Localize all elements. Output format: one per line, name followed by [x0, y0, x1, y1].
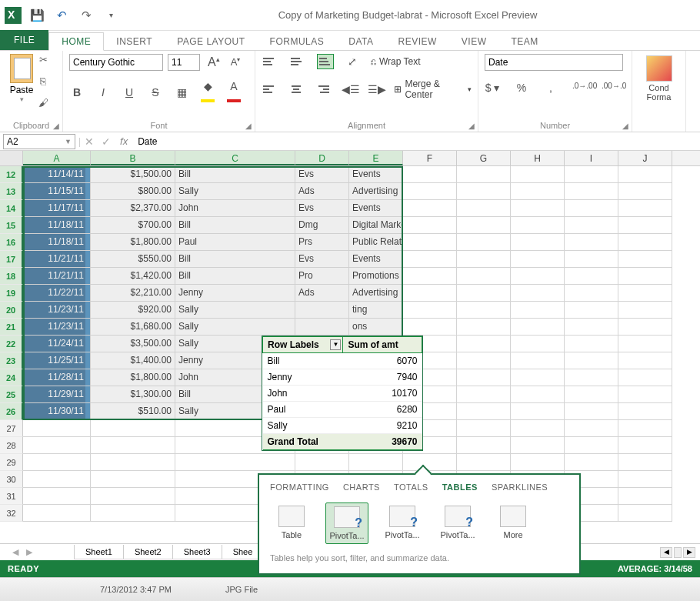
ribbon-tab-insert[interactable]: INSERT	[104, 33, 165, 50]
cell-H16[interactable]	[511, 234, 565, 251]
cell-A13[interactable]: 11/15/11	[23, 183, 91, 200]
cell-C19[interactable]: Jenny	[175, 285, 295, 302]
conditional-formatting-button[interactable]: Cond Forma	[638, 55, 679, 102]
cell-D18[interactable]: Pro	[295, 268, 349, 285]
strike-button[interactable]: S	[148, 86, 163, 98]
cell-H25[interactable]	[511, 386, 565, 403]
cell-I27[interactable]	[565, 420, 618, 437]
cell-E29[interactable]	[349, 454, 403, 471]
column-header-E[interactable]: E	[349, 151, 403, 165]
cell-A22[interactable]: 11/24/11	[23, 336, 91, 352]
cell-B32[interactable]	[91, 505, 175, 522]
qa-item-3[interactable]: PivotTa...	[436, 503, 479, 544]
increase-indent-icon[interactable]: ☰▶	[368, 83, 383, 95]
cell-E21[interactable]: ons	[349, 319, 403, 336]
cell-J21[interactable]	[618, 319, 672, 336]
fx-icon[interactable]: fx	[115, 135, 133, 147]
cell-J25[interactable]	[618, 386, 672, 403]
cell-B20[interactable]: $920.00	[91, 302, 175, 319]
cell-H14[interactable]	[511, 200, 565, 217]
cell-F21[interactable]	[403, 319, 457, 336]
ribbon-tab-view[interactable]: VIEW	[449, 33, 499, 50]
cell-B30[interactable]	[91, 471, 175, 488]
decrease-decimal-icon[interactable]: .00→.0	[602, 82, 617, 94]
hscroll-left-icon[interactable]: ◀	[660, 547, 672, 558]
cell-D19[interactable]: Ads	[295, 285, 349, 302]
orientation-icon[interactable]: ⤢	[345, 55, 360, 68]
cell-A15[interactable]: 11/18/11	[23, 217, 91, 234]
row-header-28[interactable]: 28	[0, 437, 23, 454]
cell-I16[interactable]	[565, 234, 618, 251]
cell-J23[interactable]	[618, 352, 672, 369]
cell-B27[interactable]	[91, 420, 175, 437]
cell-B12[interactable]: $1,500.00	[91, 166, 175, 183]
cell-G22[interactable]	[457, 336, 511, 352]
cell-J12[interactable]	[618, 166, 672, 183]
cell-C14[interactable]: John	[175, 200, 295, 217]
cell-I23[interactable]	[565, 352, 618, 369]
cell-C18[interactable]: Bill	[175, 268, 295, 285]
column-header-I[interactable]: I	[565, 151, 618, 165]
cell-J14[interactable]	[618, 200, 672, 217]
cell-G19[interactable]	[457, 285, 511, 302]
qa-tab-formatting[interactable]: FORMATTING	[270, 482, 329, 492]
cell-J17[interactable]	[618, 251, 672, 268]
cell-E16[interactable]: Public Relations	[349, 234, 403, 251]
cell-F14[interactable]	[403, 200, 457, 217]
cell-B13[interactable]: $800.00	[91, 183, 175, 200]
cell-I28[interactable]	[565, 437, 618, 454]
cell-G12[interactable]	[457, 166, 511, 183]
cell-I19[interactable]	[565, 285, 618, 302]
cell-A12[interactable]: 11/14/11	[23, 166, 91, 183]
column-header-C[interactable]: C	[175, 151, 295, 165]
qat-dropdown-icon[interactable]: ▾	[102, 6, 120, 25]
cell-B26[interactable]: $510.00	[91, 403, 175, 420]
cell-G28[interactable]	[457, 437, 511, 454]
sheet-nav-prev-icon[interactable]: ◀	[12, 547, 18, 557]
cell-F29[interactable]	[403, 454, 457, 471]
align-bottom-icon[interactable]	[317, 54, 334, 69]
cell-I26[interactable]	[565, 403, 618, 420]
cell-J28[interactable]	[618, 437, 672, 454]
row-header-21[interactable]: 21	[0, 319, 23, 336]
cell-I18[interactable]	[565, 268, 618, 285]
qa-tab-charts[interactable]: CHARTS	[343, 482, 380, 492]
cell-I15[interactable]	[565, 217, 618, 234]
align-left-icon[interactable]	[262, 82, 278, 97]
select-all-corner[interactable]	[0, 151, 23, 165]
cell-E19[interactable]: Advertising	[349, 285, 403, 302]
cell-B16[interactable]: $1,800.00	[91, 234, 175, 251]
cell-B22[interactable]: $3,500.00	[91, 336, 175, 352]
cell-G21[interactable]	[457, 319, 511, 336]
row-header-24[interactable]: 24	[0, 369, 23, 386]
clipboard-launcher-icon[interactable]: ◢	[53, 122, 59, 130]
cell-J27[interactable]	[618, 420, 672, 437]
cell-B18[interactable]: $1,420.00	[91, 268, 175, 285]
ribbon-tab-review[interactable]: REVIEW	[385, 33, 448, 50]
bold-button[interactable]: B	[69, 86, 85, 98]
qa-item-0[interactable]: Table	[270, 503, 313, 544]
row-header-13[interactable]: 13	[0, 183, 23, 200]
row-header-25[interactable]: 25	[0, 386, 23, 403]
cell-C15[interactable]: Bill	[175, 217, 295, 234]
cell-D16[interactable]: Prs	[295, 234, 349, 251]
cell-A29[interactable]	[23, 454, 91, 471]
ribbon-tab-data[interactable]: DATA	[336, 33, 385, 50]
alignment-launcher-icon[interactable]: ◢	[468, 122, 475, 130]
cell-A26[interactable]: 11/30/11	[23, 403, 91, 420]
cell-A16[interactable]: 11/18/11	[23, 234, 91, 251]
ribbon-tab-formulas[interactable]: FORMULAS	[258, 33, 337, 50]
percent-format-icon[interactable]: %	[514, 82, 529, 94]
sheet-tab-sheet1[interactable]: Sheet1	[74, 545, 124, 559]
cell-G23[interactable]	[457, 352, 511, 369]
cell-F15[interactable]	[403, 217, 457, 234]
cell-C21[interactable]: Sally	[175, 319, 295, 336]
qa-item-4[interactable]: More	[492, 503, 535, 544]
cell-D20[interactable]	[295, 302, 349, 319]
increase-decimal-icon[interactable]: .0→.00	[572, 82, 588, 94]
cell-G15[interactable]	[457, 217, 511, 234]
cell-J20[interactable]	[618, 302, 672, 319]
row-header-23[interactable]: 23	[0, 352, 23, 369]
column-header-D[interactable]: D	[295, 151, 349, 165]
cell-B28[interactable]	[91, 437, 175, 454]
